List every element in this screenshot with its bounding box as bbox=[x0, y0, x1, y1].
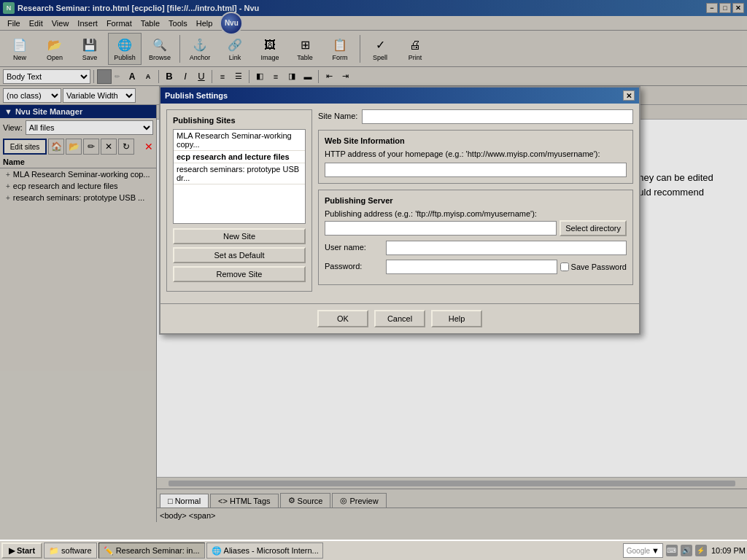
site-item-research[interactable]: research seminars: prototype USB dr... bbox=[174, 163, 305, 184]
site-name-label: Site Name: bbox=[318, 112, 357, 120]
taskbar-ie-icon: 🌐 bbox=[212, 546, 222, 556]
search-box[interactable]: Google ▼ bbox=[623, 543, 663, 558]
search-icon: ▼ bbox=[651, 546, 659, 555]
username-label: User name: bbox=[325, 243, 383, 252]
site-name-row: Site Name: bbox=[318, 109, 633, 124]
site-name-input[interactable] bbox=[362, 109, 633, 124]
taskbar-right: Google ▼ ⌨ 🔊 ⚡ 10:09 PM bbox=[623, 543, 746, 558]
site-item-mla[interactable]: MLA Research Seminar-working copy... bbox=[174, 130, 305, 151]
pub-address-input[interactable] bbox=[325, 221, 557, 236]
tray-icon-1: ⌨ bbox=[666, 545, 678, 556]
modal-title-bar: Publish Settings ✕ bbox=[160, 88, 639, 104]
start-label: Start bbox=[17, 546, 35, 555]
google-label: Google bbox=[627, 547, 650, 555]
taskbar-item-nvu[interactable]: ✏️ Research Seminar: in... bbox=[98, 542, 205, 559]
modal-overlay: Publish Settings ✕ Publishing Sites MLA … bbox=[0, 0, 747, 560]
modal-body: Publishing Sites MLA Research Seminar-wo… bbox=[160, 104, 639, 303]
publishing-server-label: Publishing Server bbox=[325, 196, 627, 205]
tray-icon-3: ⚡ bbox=[695, 545, 707, 556]
help-button[interactable]: Help bbox=[431, 310, 482, 327]
select-directory-button[interactable]: Select directory bbox=[560, 220, 627, 236]
publish-settings-dialog: Publish Settings ✕ Publishing Sites MLA … bbox=[159, 86, 640, 335]
modal-footer: OK Cancel Help bbox=[160, 303, 639, 333]
password-row: Password: Save Password bbox=[325, 260, 627, 274]
http-label: HTTP address of your homepage (e.g.: 'ht… bbox=[325, 149, 627, 158]
clock: 10:09 PM bbox=[711, 546, 746, 555]
taskbar-nvu-label: Research Seminar: in... bbox=[116, 546, 200, 555]
taskbar-software-icon: 📁 bbox=[49, 546, 59, 556]
taskbar: ▶ Start 📁 software ✏️ Research Seminar: … bbox=[0, 540, 747, 560]
taskbar-item-software[interactable]: 📁 software bbox=[44, 542, 97, 559]
publishing-sites-group: Publishing Sites MLA Research Seminar-wo… bbox=[166, 109, 312, 292]
cancel-button[interactable]: Cancel bbox=[374, 310, 425, 327]
tray-icon-2: 🔊 bbox=[681, 545, 692, 556]
username-input[interactable] bbox=[386, 241, 627, 255]
username-row: User name: bbox=[325, 241, 627, 255]
modal-title: Publish Settings bbox=[165, 91, 228, 100]
start-icon: ▶ bbox=[9, 546, 15, 556]
new-site-button[interactable]: New Site bbox=[173, 228, 306, 244]
taskbar-nvu-icon: ✏️ bbox=[104, 546, 114, 556]
save-password-checkbox[interactable] bbox=[560, 262, 569, 271]
taskbar-ie-label: Aliases - Microsoft Intern... bbox=[224, 546, 319, 555]
remove-site-button[interactable]: Remove Site bbox=[173, 266, 306, 282]
password-label: Password: bbox=[325, 262, 383, 271]
sites-list[interactable]: MLA Research Seminar-working copy... ecp… bbox=[173, 129, 306, 224]
modal-right-panel: Site Name: Web Site Information HTTP add… bbox=[318, 109, 633, 298]
publishing-sites-label: Publishing Sites bbox=[173, 116, 306, 125]
taskbar-item-ie[interactable]: 🌐 Aliases - Microsoft Intern... bbox=[206, 542, 323, 559]
modal-close-button[interactable]: ✕ bbox=[623, 90, 635, 101]
save-password-label: Save Password bbox=[560, 262, 627, 271]
start-button[interactable]: ▶ Start bbox=[1, 542, 42, 559]
taskbar-software-label: software bbox=[61, 546, 92, 555]
pub-address-row: Select directory bbox=[325, 220, 627, 236]
pub-address-label: Publishing address (e.g.: 'ftp://ftp.myi… bbox=[325, 209, 627, 218]
modal-left-panel: Publishing Sites MLA Research Seminar-wo… bbox=[166, 109, 312, 298]
password-input[interactable] bbox=[386, 260, 557, 274]
set-default-button[interactable]: Set as Default bbox=[173, 247, 306, 263]
publishing-server-group: Publishing Server Publishing address (e.… bbox=[318, 190, 633, 285]
web-site-info-label: Web Site Information bbox=[325, 136, 627, 145]
web-site-info-group: Web Site Information HTTP address of you… bbox=[318, 130, 633, 184]
site-item-ecp[interactable]: ecp research and lecture files bbox=[174, 151, 305, 163]
ok-button[interactable]: OK bbox=[317, 310, 368, 327]
http-input[interactable] bbox=[325, 163, 627, 177]
